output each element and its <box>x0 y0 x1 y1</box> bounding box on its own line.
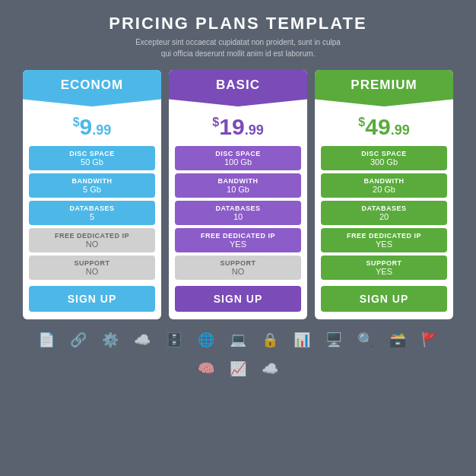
feature-label-premium-0: DISC SPACE <box>324 150 444 157</box>
feature-value-econom-1: 5 Gb <box>32 185 152 194</box>
feature-label-basic-1: BANDWITH <box>178 177 298 185</box>
feature-value-premium-4: YES <box>324 267 444 276</box>
feature-value-basic-3: YES <box>178 240 298 249</box>
feature-row-econom-3: FREE DEDICATED IPNO <box>29 228 155 252</box>
bottom-icon-12: 🚩 <box>418 328 441 351</box>
feature-value-premium-1: 20 Gb <box>324 185 444 194</box>
feature-row-basic-1: BANDWITH10 Gb <box>175 173 301 198</box>
signup-button-econom[interactable]: SIGN UP <box>29 286 155 312</box>
feature-label-econom-2: DATABASES <box>32 205 152 212</box>
bottom-icon-2: ⚙️ <box>99 328 122 351</box>
bottom-icon-0: 📄 <box>35 328 58 351</box>
feature-label-econom-0: DISC SPACE <box>32 150 152 157</box>
feature-value-premium-2: 20 <box>324 212 444 221</box>
feature-value-econom-4: NO <box>32 267 152 276</box>
feature-value-basic-4: NO <box>178 267 298 276</box>
feature-label-basic-3: FREE DEDICATED IP <box>178 232 298 240</box>
bottom-icon-6: 💻 <box>227 328 249 351</box>
signup-button-basic[interactable]: SIGN UP <box>175 286 301 312</box>
plan-features-premium: DISC SPACE300 GbBANDWITH20 GbDATABASES20… <box>315 146 453 286</box>
feature-row-econom-2: DATABASES5 <box>29 201 155 225</box>
plan-price-basic: $19.99 <box>169 114 307 140</box>
bottom-icon-13: 🧠 <box>195 357 217 380</box>
plan-premium: PREMIUM$49.99DISC SPACE300 GbBANDWITH20 … <box>315 70 453 319</box>
feature-value-econom-2: 5 <box>32 212 152 221</box>
feature-value-basic-0: 100 Gb <box>178 157 298 167</box>
bottom-icon-1: 🔗 <box>67 328 90 351</box>
feature-label-premium-3: FREE DEDICATED IP <box>324 232 444 240</box>
feature-label-premium-4: SUPPORT <box>324 259 444 267</box>
plan-features-econom: DISC SPACE50 GbBANDWITH5 GbDATABASES5FRE… <box>23 146 161 286</box>
bottom-icon-10: 🔍 <box>354 328 377 351</box>
feature-label-econom-4: SUPPORT <box>32 259 152 267</box>
feature-row-basic-0: DISC SPACE100 Gb <box>175 146 301 170</box>
bottom-icon-8: 📊 <box>290 328 313 351</box>
bottom-icon-3: ☁️ <box>131 328 154 351</box>
feature-row-econom-0: DISC SPACE50 Gb <box>29 146 155 170</box>
bottom-icon-5: 🌐 <box>195 328 217 351</box>
plan-price-area-econom: $9.99 <box>23 106 161 146</box>
plan-econom: ECONOM$9.99DISC SPACE50 GbBANDWITH5 GbDA… <box>23 70 161 319</box>
plan-header-basic: BASIC <box>169 70 307 106</box>
bottom-icon-15: ☁️ <box>259 357 281 380</box>
feature-value-basic-2: 10 <box>178 212 298 221</box>
bottom-icon-7: 🔒 <box>259 328 281 351</box>
plan-features-basic: DISC SPACE100 GbBANDWITH10 GbDATABASES10… <box>169 146 307 286</box>
feature-label-premium-1: BANDWITH <box>324 177 444 185</box>
feature-row-premium-4: SUPPORTYES <box>321 255 447 280</box>
feature-value-premium-3: YES <box>324 240 444 249</box>
feature-row-basic-2: DATABASES10 <box>175 201 301 225</box>
bottom-icon-4: 🗄️ <box>163 328 186 351</box>
page-title: PRICING PLANS TEMPLATE <box>109 14 367 33</box>
plans-container: ECONOM$9.99DISC SPACE50 GbBANDWITH5 GbDA… <box>23 70 453 319</box>
feature-row-premium-1: BANDWITH20 Gb <box>321 173 447 198</box>
icons-section: 📄🔗⚙️☁️🗄️🌐💻🔒📊🖥️🔍🗃️🚩🧠📈☁️ <box>17 328 459 380</box>
plan-header-econom: ECONOM <box>23 70 161 106</box>
feature-value-econom-3: NO <box>32 240 152 249</box>
feature-label-econom-1: BANDWITH <box>32 177 152 185</box>
feature-label-econom-3: FREE DEDICATED IP <box>32 232 152 240</box>
feature-row-premium-0: DISC SPACE300 Gb <box>321 146 447 170</box>
plan-name-econom: ECONOM <box>23 78 161 93</box>
feature-row-premium-2: DATABASES20 <box>321 201 447 225</box>
feature-row-econom-4: SUPPORTNO <box>29 255 155 280</box>
feature-value-premium-0: 300 Gb <box>324 157 444 167</box>
plan-name-premium: PREMIUM <box>315 78 453 93</box>
feature-label-basic-2: DATABASES <box>178 205 298 212</box>
plan-price-area-basic: $19.99 <box>169 106 307 146</box>
feature-row-premium-3: FREE DEDICATED IPYES <box>321 228 447 252</box>
feature-value-basic-1: 10 Gb <box>178 185 298 194</box>
plan-price-premium: $49.99 <box>315 114 453 140</box>
plan-price-area-premium: $49.99 <box>315 106 453 146</box>
signup-button-premium[interactable]: SIGN UP <box>321 286 447 312</box>
feature-label-basic-0: DISC SPACE <box>178 150 298 157</box>
feature-value-econom-0: 50 Gb <box>32 157 152 167</box>
page-subtitle: Excepteur sint occaecat cupidatat non pr… <box>135 36 341 59</box>
feature-row-basic-3: FREE DEDICATED IPYES <box>175 228 301 252</box>
feature-row-basic-4: SUPPORTNO <box>175 255 301 280</box>
bottom-icon-11: 🗃️ <box>386 328 409 351</box>
plan-name-basic: BASIC <box>169 78 307 93</box>
plan-basic: BASIC$19.99DISC SPACE100 GbBANDWITH10 Gb… <box>169 70 307 319</box>
feature-label-premium-2: DATABASES <box>324 205 444 212</box>
feature-row-econom-1: BANDWITH5 Gb <box>29 173 155 198</box>
plan-price-econom: $9.99 <box>23 114 161 140</box>
bottom-icon-9: 🖥️ <box>322 328 345 351</box>
plan-header-premium: PREMIUM <box>315 70 453 106</box>
feature-label-basic-4: SUPPORT <box>178 259 298 267</box>
bottom-icon-14: 📈 <box>227 357 249 380</box>
